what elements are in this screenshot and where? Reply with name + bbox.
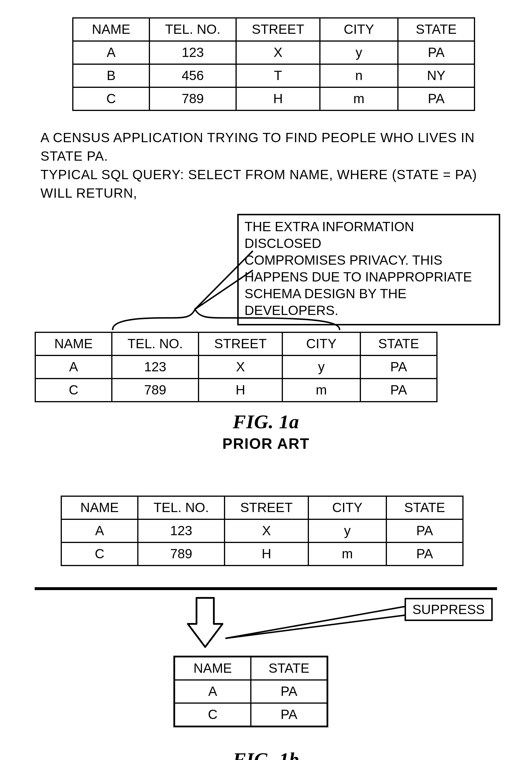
- table-header-row: NAME TEL. NO. STREET CITY STATE: [35, 332, 437, 356]
- table-row: B 456 T n NY: [73, 64, 474, 87]
- table-row: C 789 H m PA: [61, 543, 463, 565]
- col-header: TEL. NO.: [138, 496, 224, 519]
- cell: m: [308, 543, 386, 565]
- cell: m: [320, 87, 398, 110]
- cell: X: [236, 41, 320, 64]
- cell: 789: [149, 87, 236, 110]
- col-header: TEL. NO.: [149, 18, 236, 41]
- cell: A: [61, 519, 138, 543]
- col-header: CITY: [282, 332, 361, 356]
- cell: PA: [251, 703, 327, 727]
- table-row: A PA: [174, 680, 327, 703]
- cell: 123: [112, 356, 199, 379]
- callout-line: THE EXTRA INFORMATION DISCLOSED: [244, 218, 493, 252]
- col-header: NAME: [73, 18, 149, 41]
- cell: B: [73, 64, 149, 87]
- col-header: STREET: [224, 496, 308, 519]
- fig1a-result-table: NAME TEL. NO. STREET CITY STATE A 123 X …: [35, 332, 438, 402]
- cell: y: [308, 519, 386, 543]
- col-header: CITY: [320, 18, 398, 41]
- cell: H: [199, 379, 282, 402]
- col-header: CITY: [308, 496, 386, 519]
- svg-line-3: [225, 606, 405, 638]
- cell: 123: [149, 41, 236, 64]
- table-row: A 123 X y PA: [35, 356, 437, 379]
- table-row: A 123 X y PA: [61, 519, 463, 543]
- cell: PA: [361, 356, 437, 379]
- col-header: STATE: [251, 656, 327, 680]
- cell: C: [174, 703, 251, 727]
- callout-line: SCHEMA DESIGN BY THE DEVELOPERS.: [244, 285, 493, 319]
- table-header-row: NAME TEL. NO. STREET CITY STATE: [61, 496, 463, 519]
- cell: PA: [251, 680, 327, 703]
- query-description-line: TYPICAL SQL QUERY: SELECT FROM NAME, WHE…: [40, 165, 509, 202]
- callout-line: COMPROMISES PRIVACY. THIS: [244, 252, 493, 268]
- cell: PA: [398, 41, 474, 64]
- cell: y: [282, 356, 361, 379]
- figure-subtitle: PRIOR ART: [23, 435, 509, 452]
- cell: 789: [112, 379, 199, 402]
- figure-title: FIG. 1b: [23, 748, 509, 760]
- table-row: C 789 H m PA: [73, 87, 474, 110]
- fig1b-input-table: NAME TEL. NO. STREET CITY STATE A 123 X …: [61, 496, 463, 566]
- query-description: A CENSUS APPLICATION TRYING TO FIND PEOP…: [40, 128, 509, 202]
- col-header: NAME: [174, 656, 251, 680]
- fig1a-source-table: NAME TEL. NO. STREET CITY STATE A 123 X …: [72, 17, 475, 111]
- col-header: NAME: [35, 332, 112, 356]
- cell: NY: [398, 64, 474, 87]
- callout-line: HAPPENS DUE TO INAPPROPRIATE: [244, 268, 493, 285]
- cell: 456: [149, 64, 236, 87]
- figure-title: FIG. 1a: [23, 410, 509, 433]
- cell: PA: [386, 543, 463, 565]
- col-header: STATE: [386, 496, 463, 519]
- table-row: A 123 X y PA: [73, 41, 474, 64]
- cell: m: [282, 379, 361, 402]
- cell: T: [236, 64, 320, 87]
- privacy-callout-box: THE EXTRA INFORMATION DISCLOSED COMPROMI…: [237, 214, 500, 325]
- table-row: C 789 H m PA: [35, 379, 437, 402]
- cell: C: [61, 543, 138, 565]
- cell: PA: [361, 379, 437, 402]
- col-header: STATE: [398, 18, 474, 41]
- cell: 789: [138, 543, 224, 565]
- cell: X: [199, 356, 282, 379]
- cell: H: [224, 543, 308, 565]
- cell: X: [224, 519, 308, 543]
- cell: 123: [138, 519, 224, 543]
- cell: A: [73, 41, 149, 64]
- col-header: TEL. NO.: [112, 332, 199, 356]
- fig1a-caption: FIG. 1a PRIOR ART: [23, 410, 509, 452]
- cell: C: [35, 379, 112, 402]
- col-header: STREET: [199, 332, 282, 356]
- cell: n: [320, 64, 398, 87]
- svg-line-4: [225, 615, 405, 638]
- cell: H: [236, 87, 320, 110]
- query-description-line: A CENSUS APPLICATION TRYING TO FIND PEOP…: [40, 128, 509, 165]
- table-row: C PA: [174, 703, 327, 727]
- cell: y: [320, 41, 398, 64]
- suppress-label-box: SUPPRESS: [405, 598, 493, 621]
- fig1b-caption: FIG. 1b PRIOR ART: [23, 748, 509, 760]
- table-header-row: NAME STATE: [174, 656, 327, 680]
- table-header-row: NAME TEL. NO. STREET CITY STATE: [73, 18, 474, 41]
- cell: A: [174, 680, 251, 703]
- col-header: NAME: [61, 496, 138, 519]
- cell: C: [73, 87, 149, 110]
- fig1b-output-table: NAME STATE A PA C PA: [173, 656, 328, 727]
- col-header: STREET: [236, 18, 320, 41]
- cell: PA: [386, 519, 463, 543]
- cell: A: [35, 356, 112, 379]
- col-header: STATE: [361, 332, 437, 356]
- cell: PA: [398, 87, 474, 110]
